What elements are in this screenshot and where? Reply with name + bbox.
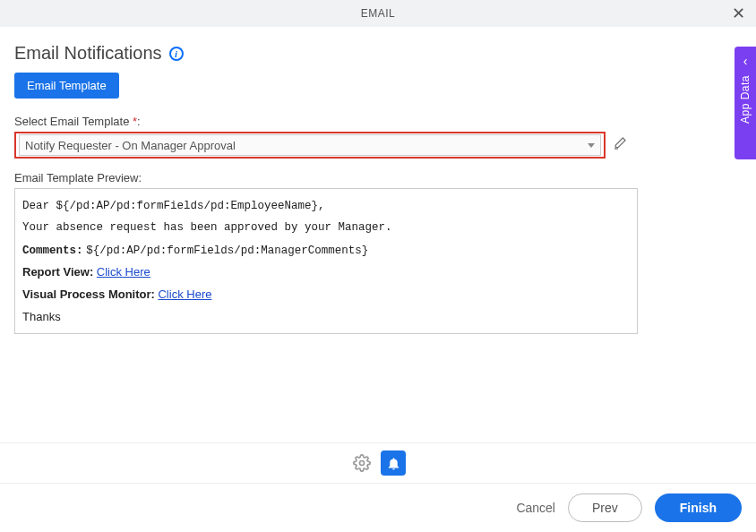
vpm-label: Visual Process Monitor: bbox=[22, 287, 155, 301]
prev-button[interactable]: Prev bbox=[568, 493, 642, 522]
select-template-label: Select Email Template *: bbox=[14, 115, 742, 128]
thanks-line: Thanks bbox=[22, 306, 630, 329]
greeting-token: ${/pd:AP/pd:formFields/pd:EmployeeName} bbox=[56, 200, 319, 212]
edit-icon[interactable] bbox=[613, 136, 627, 154]
greeting-prefix: Dear bbox=[22, 200, 56, 212]
finish-button[interactable]: Finish bbox=[655, 493, 742, 522]
report-view-label: Report View: bbox=[22, 265, 93, 279]
info-icon[interactable]: i bbox=[169, 47, 184, 61]
modal-header: EMAIL ✕ bbox=[0, 0, 756, 27]
footer: Cancel Prev Finish bbox=[0, 484, 756, 532]
comments-token: ${/pd:AP/pd:formFields/pd:ManagerComment… bbox=[86, 245, 368, 257]
tab-email-template[interactable]: Email Template bbox=[14, 73, 119, 99]
side-tab-label: App Data bbox=[739, 75, 752, 124]
comments-label: Comments: bbox=[22, 245, 83, 257]
chevron-down-icon bbox=[588, 143, 595, 148]
close-icon[interactable]: ✕ bbox=[732, 5, 746, 21]
vpm-link[interactable]: Click Here bbox=[158, 287, 211, 301]
preview-label: Email Template Preview: bbox=[14, 171, 742, 184]
bottom-toolbar bbox=[0, 442, 756, 484]
email-preview: Dear ${/pd:AP/pd:formFields/pd:EmployeeN… bbox=[14, 188, 638, 334]
select-email-template[interactable]: Notify Requester - On Manager Approval bbox=[14, 132, 606, 159]
gear-icon[interactable] bbox=[350, 451, 374, 475]
content-area: Email Notifications i Email Template Sel… bbox=[0, 27, 756, 334]
cancel-button[interactable]: Cancel bbox=[516, 501, 555, 515]
select-value: Notify Requester - On Manager Approval bbox=[25, 139, 236, 152]
chevron-left-icon: ‹ bbox=[743, 54, 748, 68]
body-line: Your absence request has been approved b… bbox=[22, 218, 630, 239]
page-title: Email Notifications bbox=[14, 43, 162, 64]
report-view-link[interactable]: Click Here bbox=[97, 265, 150, 279]
notification-icon[interactable] bbox=[381, 450, 406, 476]
app-data-panel-toggle[interactable]: ‹ App Data bbox=[735, 47, 756, 159]
modal-title: EMAIL bbox=[361, 7, 396, 20]
svg-point-0 bbox=[360, 461, 365, 466]
greeting-suffix: , bbox=[318, 200, 325, 212]
